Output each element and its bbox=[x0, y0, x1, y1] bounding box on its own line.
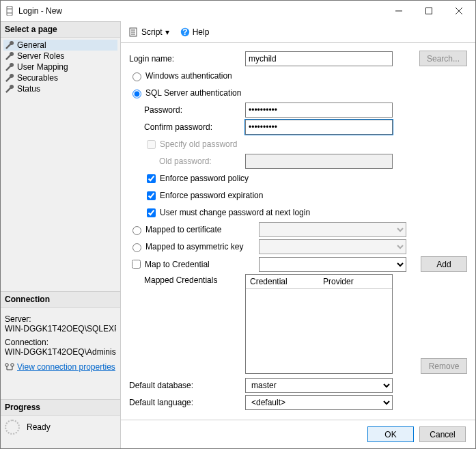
login-name-label: Login name: bbox=[129, 54, 245, 64]
script-button[interactable]: Script ▾ bbox=[126, 26, 172, 38]
mapped-credentials-label: Mapped Credentials bbox=[129, 274, 245, 285]
login-new-window: Login - New Select a page General Server… bbox=[0, 0, 476, 449]
titlebar: Login - New bbox=[1, 1, 475, 21]
nav-server-roles[interactable]: Server Roles bbox=[3, 51, 117, 62]
cancel-button[interactable]: Cancel bbox=[419, 426, 466, 442]
remove-button[interactable]: Remove bbox=[421, 358, 467, 374]
enforce-expiration-label: Enforce password expiration bbox=[160, 191, 263, 200]
mapped-asym-label: Mapped to asymmetric key bbox=[145, 242, 243, 251]
mapped-certificate-select bbox=[259, 222, 406, 237]
nav-label: User Mapping bbox=[17, 62, 68, 72]
help-label: Help bbox=[193, 27, 210, 37]
old-password-label: Old password: bbox=[129, 157, 245, 166]
nav-user-mapping[interactable]: User Mapping bbox=[3, 62, 117, 72]
chevron-down-icon: ▾ bbox=[165, 27, 169, 37]
old-password-input bbox=[245, 154, 393, 169]
server-label: Server: bbox=[5, 314, 116, 324]
specify-old-password-checkbox bbox=[147, 140, 156, 149]
nav-label: General bbox=[17, 40, 46, 50]
toolbar: Script ▾ ? Help bbox=[121, 21, 475, 43]
progress-spinner-icon bbox=[5, 420, 20, 435]
default-db-select[interactable]: master bbox=[245, 378, 393, 393]
wrench-icon bbox=[5, 84, 14, 94]
search-button[interactable]: Search... bbox=[419, 51, 467, 66]
mapped-asym-radio[interactable] bbox=[132, 243, 141, 252]
script-icon bbox=[129, 27, 139, 37]
view-connection-properties-link[interactable]: View connection properties bbox=[17, 362, 115, 372]
mapped-certificate-label: Mapped to certificate bbox=[145, 225, 221, 234]
must-change-label: User must change password at next login bbox=[160, 208, 310, 217]
svg-rect-4 bbox=[426, 8, 432, 14]
connection-label: Connection: bbox=[5, 338, 116, 347]
login-name-input[interactable] bbox=[245, 51, 393, 66]
form-area: Login name: Search... Windows authentica… bbox=[121, 43, 475, 420]
mapped-certificate-radio[interactable] bbox=[132, 226, 141, 235]
nav-securables[interactable]: Securables bbox=[3, 72, 117, 83]
wrench-icon bbox=[5, 73, 14, 83]
confirm-password-input[interactable] bbox=[245, 120, 393, 135]
password-input[interactable] bbox=[245, 103, 393, 118]
must-change-checkbox[interactable] bbox=[147, 208, 156, 217]
specify-old-password-label: Specify old password bbox=[160, 139, 237, 149]
nav-label: Server Roles bbox=[17, 51, 64, 61]
nav-label: Status bbox=[17, 84, 40, 94]
help-button[interactable]: ? Help bbox=[178, 26, 212, 38]
progress-header: Progress bbox=[1, 399, 120, 416]
nav-general[interactable]: General bbox=[3, 40, 117, 51]
connection-block: Server: WIN-DGGK1T42OEQ\SQLEXPRE Connect… bbox=[1, 308, 120, 359]
nav-label: Securables bbox=[17, 73, 58, 83]
svg-text:?: ? bbox=[182, 27, 187, 37]
connection-properties-icon bbox=[5, 363, 14, 371]
windows-auth-radio[interactable] bbox=[132, 72, 141, 81]
default-db-label: Default database: bbox=[129, 381, 245, 390]
script-label: Script bbox=[141, 27, 163, 37]
ok-button[interactable]: OK bbox=[367, 426, 414, 442]
select-page-header: Select a page bbox=[1, 21, 120, 38]
mapped-credentials-table: Credential Provider bbox=[245, 274, 393, 374]
connection-value: WIN-DGGK1T42OEQ\Administrato bbox=[5, 347, 116, 357]
close-button[interactable] bbox=[444, 1, 474, 21]
mapped-asym-select bbox=[259, 239, 406, 254]
enforce-policy-checkbox[interactable] bbox=[147, 174, 156, 183]
help-icon: ? bbox=[180, 27, 190, 37]
wrench-icon bbox=[5, 51, 14, 61]
minimize-button[interactable] bbox=[384, 1, 414, 21]
dialog-footer: OK Cancel bbox=[121, 420, 475, 448]
sql-auth-label: SQL Server authentication bbox=[145, 88, 241, 98]
progress-status: Ready bbox=[27, 422, 51, 432]
left-panel: Select a page General Server Roles User … bbox=[1, 21, 121, 448]
default-lang-label: Default language: bbox=[129, 398, 245, 407]
windows-auth-label: Windows authentication bbox=[145, 71, 232, 81]
svg-point-8 bbox=[11, 364, 14, 366]
confirm-password-label: Confirm password: bbox=[129, 122, 245, 132]
map-credential-label: Map to Credential bbox=[145, 260, 210, 269]
app-icon bbox=[5, 6, 14, 16]
col-credential: Credential bbox=[246, 275, 319, 288]
add-button[interactable]: Add bbox=[421, 256, 467, 272]
map-credential-checkbox[interactable] bbox=[132, 260, 141, 269]
col-provider: Provider bbox=[319, 275, 392, 288]
right-panel: Script ▾ ? Help Login name: Search... bbox=[121, 21, 475, 448]
maximize-button[interactable] bbox=[414, 1, 444, 21]
server-value: WIN-DGGK1T42OEQ\SQLEXPRE bbox=[5, 324, 116, 334]
svg-rect-0 bbox=[7, 6, 12, 16]
password-label: Password: bbox=[129, 105, 245, 115]
connection-header: Connection bbox=[1, 291, 120, 308]
wrench-icon bbox=[5, 40, 14, 50]
svg-point-7 bbox=[5, 364, 8, 366]
map-credential-select[interactable] bbox=[259, 257, 406, 272]
enforce-expiration-checkbox[interactable] bbox=[147, 191, 156, 200]
window-title: Login - New bbox=[18, 6, 384, 16]
page-nav: General Server Roles User Mapping Secura… bbox=[1, 38, 120, 96]
nav-status[interactable]: Status bbox=[3, 83, 117, 94]
sql-auth-radio[interactable] bbox=[132, 90, 141, 98]
wrench-icon bbox=[5, 62, 14, 72]
default-lang-select[interactable]: <default> bbox=[245, 395, 393, 410]
progress-row: Ready bbox=[1, 416, 120, 439]
enforce-policy-label: Enforce password policy bbox=[160, 174, 249, 183]
